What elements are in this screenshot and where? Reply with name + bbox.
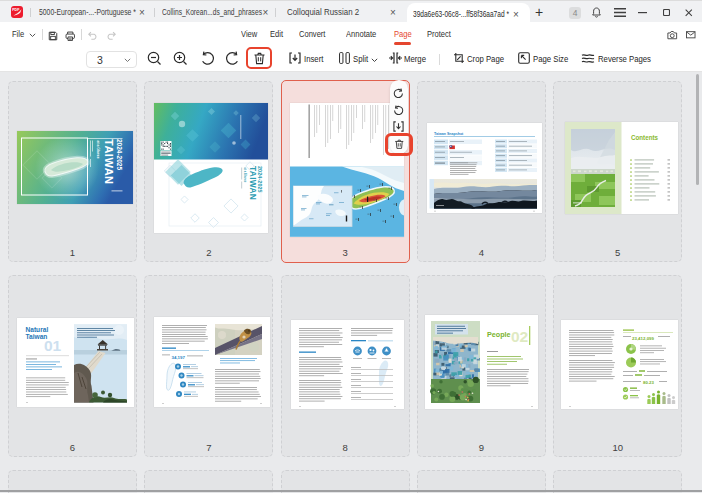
svg-text:Contents: Contents xyxy=(631,133,658,142)
svg-text:TAIWAN: TAIWAN xyxy=(247,166,257,200)
svg-text:2024-2025: 2024-2025 xyxy=(116,139,123,170)
svg-text:PDF: PDF xyxy=(12,8,20,12)
svg-text:Natural: Natural xyxy=(25,325,48,332)
svg-text:01: 01 xyxy=(44,337,62,354)
svg-text:02: 02 xyxy=(511,328,528,345)
svg-text:80.23: 80.23 xyxy=(643,379,655,384)
svg-text:34,197: 34,197 xyxy=(172,354,186,359)
svg-text:23,412,099: 23,412,099 xyxy=(632,335,655,340)
svg-text:TAIWAN: TAIWAN xyxy=(103,139,115,185)
svg-text:Taiwan Snapshot: Taiwan Snapshot xyxy=(434,132,464,136)
svg-text:People: People xyxy=(487,330,511,339)
svg-text:at a Glance: at a Glance xyxy=(243,168,247,183)
svg-text:at a Glance: at a Glance xyxy=(95,140,99,158)
